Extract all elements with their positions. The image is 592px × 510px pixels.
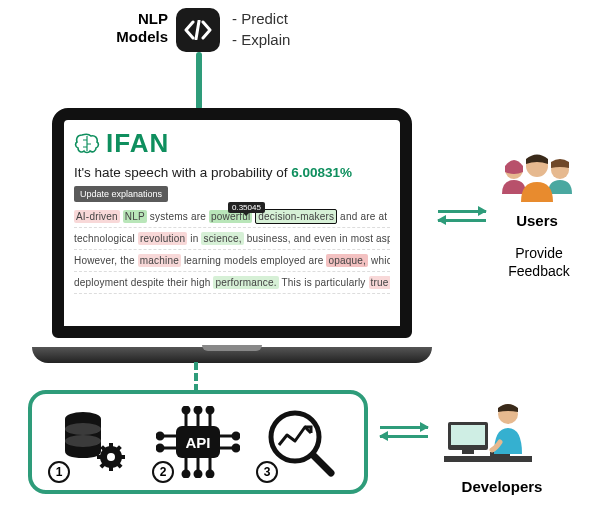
- step-number-badge: 2: [152, 461, 174, 483]
- svg-point-6: [65, 435, 101, 447]
- nlp-models-label: NLP Models: [98, 10, 168, 46]
- code-icon: [176, 8, 220, 52]
- connector-laptop-to-devbox: [194, 362, 198, 392]
- users-label: Users: [494, 212, 580, 229]
- dev-tool-api: API 2: [154, 403, 242, 481]
- users-feedback-label: Provide Feedback: [496, 244, 582, 280]
- svg-line-39: [313, 455, 331, 473]
- svg-point-35: [233, 433, 239, 439]
- svg-point-29: [207, 471, 213, 477]
- svg-rect-10: [109, 465, 113, 471]
- app-logo-row: IFAN: [74, 128, 390, 159]
- svg-rect-43: [444, 456, 532, 462]
- users-group: Users: [494, 146, 580, 229]
- step-number-badge: 3: [256, 461, 278, 483]
- arrows-devbox-developers: [380, 426, 428, 438]
- svg-point-8: [107, 453, 115, 461]
- arrow-left-icon: [438, 219, 486, 222]
- svg-point-33: [157, 445, 163, 451]
- connector-models-to-laptop: [196, 52, 202, 110]
- arrow-right-icon: [380, 426, 428, 429]
- prediction-headline: It's hate speech with a probability of 6…: [74, 165, 390, 180]
- arrow-right-icon: [438, 210, 486, 213]
- svg-point-19: [183, 407, 189, 413]
- brain-icon: [74, 133, 100, 155]
- svg-point-25: [183, 471, 189, 477]
- app-logo-text: IFAN: [106, 128, 169, 159]
- developer-figure: Developers: [442, 398, 562, 495]
- step-number-badge: 1: [48, 461, 70, 483]
- svg-point-5: [65, 423, 101, 435]
- dev-tool-database: 1: [50, 403, 138, 481]
- dev-tool-analytics: 3: [258, 403, 346, 481]
- update-explanations-button[interactable]: Update explanations: [74, 186, 168, 202]
- developer-at-desk-icon: [442, 398, 534, 476]
- svg-rect-9: [109, 443, 113, 449]
- arrow-left-icon: [380, 435, 428, 438]
- svg-point-31: [157, 433, 163, 439]
- api-text: API: [185, 434, 210, 451]
- svg-point-27: [195, 471, 201, 477]
- probability-value: 6.00831%: [291, 165, 352, 180]
- svg-point-37: [233, 445, 239, 451]
- developer-tools-box: 1 API 2 3: [28, 390, 368, 494]
- model-capabilities-list: - Predict - Explain: [232, 8, 290, 50]
- svg-line-0: [196, 21, 199, 39]
- svg-rect-12: [119, 455, 125, 459]
- users-avatars-icon: [494, 146, 580, 208]
- laptop-screen: IFAN It's hate speech with a probability…: [52, 108, 412, 338]
- laptop: IFAN It's hate speech with a probability…: [32, 108, 432, 363]
- svg-rect-11: [97, 455, 103, 459]
- highlighted-token[interactable]: decision-makers: [255, 209, 337, 224]
- token-weight-tooltip: 0.35045: [228, 202, 265, 213]
- arrows-laptop-users: [438, 210, 486, 222]
- developers-label: Developers: [442, 478, 562, 495]
- laptop-notch: [202, 345, 262, 351]
- database-gear-icon: [59, 409, 129, 475]
- svg-point-21: [195, 407, 201, 413]
- explanation-paragraph: AI-driven NLP systems are powerful decis…: [74, 206, 390, 294]
- svg-point-23: [207, 407, 213, 413]
- svg-rect-42: [462, 450, 474, 454]
- svg-rect-41: [451, 425, 485, 445]
